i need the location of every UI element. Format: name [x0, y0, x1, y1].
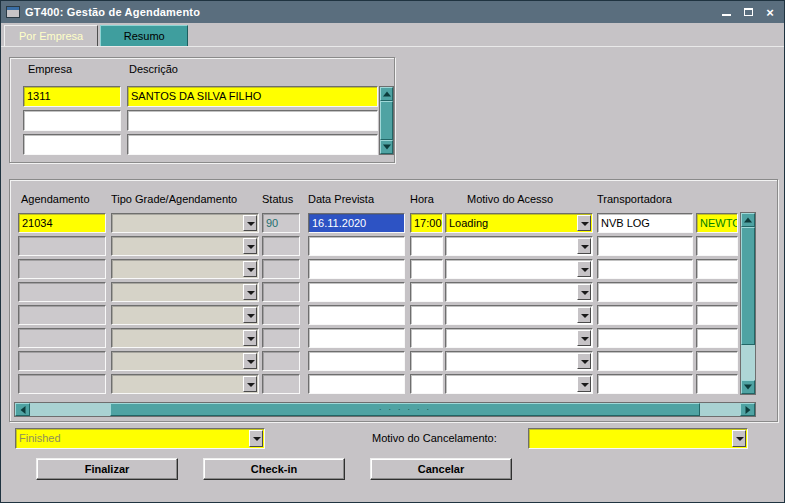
scroll-right-icon[interactable]	[740, 403, 755, 416]
extra-field[interactable]	[696, 236, 738, 256]
chevron-down-icon[interactable]	[243, 376, 257, 392]
titlebar[interactable]: GT400: Gestão de Agendamento ×	[1, 1, 784, 23]
hora-field[interactable]	[410, 282, 443, 302]
scroll-left-icon[interactable]	[15, 403, 30, 416]
hora-field[interactable]	[410, 374, 443, 394]
minimize-icon[interactable]	[719, 6, 733, 19]
extra-field[interactable]	[696, 374, 738, 394]
scrollbar-thumb[interactable]: · · · · · ·	[110, 403, 700, 416]
transportadora-field[interactable]	[597, 328, 693, 348]
chevron-down-icon[interactable]	[243, 307, 257, 323]
tipo-grade-combo[interactable]	[111, 236, 259, 256]
hora-field[interactable]: 17:00	[410, 213, 443, 233]
extra-field[interactable]	[696, 328, 738, 348]
agendamento-field[interactable]	[18, 328, 106, 348]
cancelar-button[interactable]: Cancelar	[370, 458, 512, 480]
motivo-acesso-combo[interactable]	[445, 259, 593, 279]
status-field[interactable]: 90	[262, 213, 300, 233]
hora-field[interactable]	[410, 259, 443, 279]
tipo-grade-combo[interactable]	[111, 351, 259, 371]
tipo-grade-combo[interactable]	[111, 213, 259, 233]
chevron-down-icon[interactable]	[577, 330, 591, 346]
chevron-down-icon[interactable]	[243, 353, 257, 369]
transportadora-field[interactable]	[597, 305, 693, 325]
empresa-descricao-field[interactable]	[127, 134, 378, 155]
status-field[interactable]	[262, 282, 300, 302]
extra-field[interactable]	[696, 282, 738, 302]
hora-field[interactable]	[410, 236, 443, 256]
transportadora-field[interactable]	[597, 282, 693, 302]
status-field[interactable]	[262, 374, 300, 394]
status-field[interactable]	[262, 236, 300, 256]
tab-resumo[interactable]: Resumo	[100, 25, 188, 46]
scrollbar-track[interactable]: · · · · · ·	[30, 403, 740, 416]
tipo-grade-combo[interactable]	[111, 259, 259, 279]
data-prevista-field[interactable]	[308, 259, 405, 279]
motivo-acesso-combo[interactable]: Loading	[445, 213, 593, 233]
motivo-acesso-combo[interactable]	[445, 282, 593, 302]
extra-field[interactable]: NEWTO	[696, 213, 738, 233]
chevron-down-icon[interactable]	[577, 215, 591, 231]
scroll-up-icon[interactable]	[380, 87, 393, 101]
chevron-down-icon[interactable]	[577, 353, 591, 369]
extra-field[interactable]	[696, 351, 738, 371]
scroll-down-icon[interactable]	[741, 380, 755, 394]
status-field[interactable]	[262, 351, 300, 371]
scroll-up-icon[interactable]	[741, 213, 755, 227]
motivo-acesso-combo[interactable]	[445, 374, 593, 394]
hora-field[interactable]	[410, 328, 443, 348]
tab-por-empresa[interactable]: Por Empresa	[4, 25, 98, 46]
transportadora-field[interactable]	[597, 259, 693, 279]
tipo-grade-combo[interactable]	[111, 305, 259, 325]
chevron-down-icon[interactable]	[577, 261, 591, 277]
transportadora-field[interactable]	[597, 374, 693, 394]
empresa-vertical-scrollbar[interactable]	[379, 86, 394, 155]
agendamento-field[interactable]	[18, 236, 106, 256]
data-prevista-field[interactable]: 16.11.2020	[308, 213, 405, 233]
agendamento-field[interactable]	[18, 259, 106, 279]
grid-vertical-scrollbar[interactable]	[740, 212, 756, 395]
chevron-down-icon[interactable]	[243, 330, 257, 346]
tipo-grade-combo[interactable]	[111, 328, 259, 348]
finalizar-button[interactable]: Finalizar	[36, 458, 178, 480]
scrollbar-thumb[interactable]	[741, 227, 755, 345]
chevron-down-icon[interactable]	[577, 238, 591, 254]
transportadora-field[interactable]	[597, 236, 693, 256]
chevron-down-icon[interactable]	[577, 376, 591, 392]
scrollbar-track[interactable]	[741, 227, 755, 380]
transportadora-field[interactable]	[597, 351, 693, 371]
agendamento-field[interactable]: 21034	[18, 213, 106, 233]
status-field[interactable]	[262, 305, 300, 325]
data-prevista-field[interactable]	[308, 328, 405, 348]
hora-field[interactable]	[410, 305, 443, 325]
restore-icon[interactable]	[741, 6, 755, 19]
data-prevista-field[interactable]	[308, 305, 405, 325]
grid-horizontal-scrollbar[interactable]: · · · · · ·	[14, 402, 756, 417]
empresa-code-field[interactable]: 1311	[23, 86, 121, 107]
extra-field[interactable]	[696, 305, 738, 325]
agendamento-field[interactable]	[18, 305, 106, 325]
scrollbar-thumb[interactable]	[380, 101, 393, 140]
chevron-down-icon[interactable]	[243, 215, 257, 231]
data-prevista-field[interactable]	[308, 351, 405, 371]
data-prevista-field[interactable]	[308, 236, 405, 256]
chevron-down-icon[interactable]	[577, 284, 591, 300]
empresa-descricao-field[interactable]: SANTOS DA SILVA FILHO	[127, 86, 378, 107]
tipo-grade-combo[interactable]	[111, 374, 259, 394]
tipo-grade-combo[interactable]	[111, 282, 259, 302]
agendamento-field[interactable]	[18, 282, 106, 302]
motivo-acesso-combo[interactable]	[445, 351, 593, 371]
status-combo[interactable]: Finished	[15, 428, 265, 449]
empresa-code-field[interactable]	[23, 134, 121, 155]
chevron-down-icon[interactable]	[243, 238, 257, 254]
hora-field[interactable]	[410, 351, 443, 371]
chevron-down-icon[interactable]	[732, 430, 746, 447]
checkin-button[interactable]: Check-in	[203, 458, 345, 480]
motivo-cancelamento-combo[interactable]	[528, 428, 748, 449]
data-prevista-field[interactable]	[308, 374, 405, 394]
chevron-down-icon[interactable]	[243, 284, 257, 300]
motivo-acesso-combo[interactable]	[445, 328, 593, 348]
scrollbar-track[interactable]	[380, 101, 393, 140]
empresa-descricao-field[interactable]	[127, 110, 378, 131]
chevron-down-icon[interactable]	[577, 307, 591, 323]
